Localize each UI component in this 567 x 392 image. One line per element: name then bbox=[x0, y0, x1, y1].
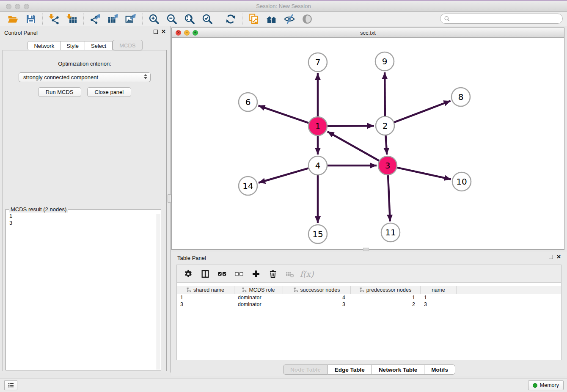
node-label-3: 3 bbox=[385, 160, 391, 171]
network-close-button[interactable]: ✕ bbox=[176, 30, 181, 36]
open-session-button[interactable] bbox=[6, 13, 20, 25]
table-settings-button[interactable] bbox=[182, 268, 195, 280]
search-input[interactable] bbox=[450, 15, 562, 22]
table-row[interactable]: 1dominator411 bbox=[177, 294, 561, 301]
apply-layout-button[interactable] bbox=[224, 13, 237, 25]
unselect-all-columns-icon bbox=[234, 269, 244, 279]
zoom-in-button[interactable] bbox=[147, 13, 161, 25]
node-label-4: 4 bbox=[315, 160, 321, 171]
toolbar-separator bbox=[142, 14, 143, 25]
horizontal-splitter-handle[interactable] bbox=[363, 248, 369, 251]
cell-MCDS-role[interactable]: dominator bbox=[234, 294, 283, 301]
control-panel-tabs: NetworkStyleSelectMCDS bbox=[0, 41, 170, 50]
zoom-out-button[interactable] bbox=[165, 13, 179, 25]
tab-mcds[interactable]: MCDS bbox=[113, 40, 142, 50]
node-label-9: 9 bbox=[382, 56, 388, 66]
tab-network-table[interactable]: Network Table bbox=[372, 364, 424, 375]
delete-column-button[interactable] bbox=[267, 268, 279, 280]
app-titlebar: Session: New Session bbox=[0, 0, 567, 12]
edge-2-9[interactable] bbox=[385, 72, 385, 116]
criterion-select[interactable]: strongly connected component bbox=[19, 72, 151, 82]
float-table-panel-icon[interactable] bbox=[549, 255, 553, 259]
float-panel-icon[interactable] bbox=[154, 30, 158, 34]
export-network-button[interactable] bbox=[88, 13, 102, 25]
tab-motifs[interactable]: Motifs bbox=[424, 364, 455, 375]
clone-network-button[interactable] bbox=[247, 13, 261, 25]
cell-shared-name[interactable]: 3 bbox=[177, 301, 234, 308]
control-panel-title: Control Panel bbox=[4, 30, 38, 36]
tab-node-table[interactable]: Node Table bbox=[283, 364, 328, 375]
hide-selected-button[interactable] bbox=[283, 13, 296, 25]
column-header-shared-name[interactable]: shared name bbox=[177, 286, 234, 294]
zoom-out-icon bbox=[166, 14, 177, 25]
table-row[interactable]: 3dominator323 bbox=[177, 301, 561, 308]
edge-3-11[interactable] bbox=[388, 175, 390, 221]
close-panel-button[interactable]: Close panel bbox=[87, 87, 132, 97]
column-header-successor-nodes[interactable]: successor nodes bbox=[283, 286, 351, 294]
network-maximize-button[interactable]: + bbox=[193, 30, 198, 36]
node-label-8: 8 bbox=[458, 92, 464, 102]
network-minimize-button[interactable]: − bbox=[184, 30, 190, 36]
tab-edge-table[interactable]: Edge Table bbox=[328, 364, 372, 375]
add-column-button[interactable] bbox=[250, 268, 262, 280]
cell-predecessor-nodes[interactable]: 2 bbox=[351, 301, 421, 308]
import-table-button[interactable] bbox=[65, 13, 79, 25]
column-header-name[interactable]: name bbox=[421, 286, 457, 294]
table-panel: Table Panel ✕ f(x) shared nameMCDS roles… bbox=[171, 252, 567, 376]
save-session-button[interactable] bbox=[24, 13, 38, 25]
clone-network-icon bbox=[248, 14, 259, 25]
task-history-button[interactable] bbox=[4, 380, 17, 390]
table-toolbar: f(x) bbox=[177, 265, 561, 283]
edge-4-14[interactable] bbox=[259, 168, 308, 182]
cell-name[interactable]: 3 bbox=[421, 301, 457, 308]
export-network-icon bbox=[90, 14, 101, 25]
export-image-button[interactable] bbox=[124, 13, 138, 25]
result-scrollbar[interactable] bbox=[157, 214, 160, 370]
first-neighbors-button[interactable] bbox=[265, 13, 278, 25]
unselect-all-columns-button[interactable] bbox=[233, 268, 245, 280]
cell-name[interactable]: 1 bbox=[421, 294, 457, 301]
close-table-panel-icon[interactable]: ✕ bbox=[556, 254, 561, 259]
network-graph[interactable]: 7968124314101511 bbox=[172, 38, 564, 249]
mcds-result-box: MCDS result (2 nodes) 13 bbox=[6, 209, 161, 370]
cell-MCDS-role[interactable]: dominator bbox=[234, 301, 283, 308]
edge-3-1[interactable] bbox=[328, 132, 379, 161]
run-mcds-button[interactable]: Run MCDS bbox=[38, 87, 81, 97]
column-pane-button[interactable] bbox=[199, 268, 212, 280]
tab-select[interactable]: Select bbox=[85, 41, 113, 50]
memory-button[interactable]: Memory bbox=[528, 380, 564, 390]
node-label-14: 14 bbox=[242, 181, 253, 191]
zoom-selected-button[interactable] bbox=[201, 13, 214, 25]
edge-1-2[interactable] bbox=[328, 126, 374, 126]
import-network-button[interactable] bbox=[47, 13, 61, 25]
column-header-predecessor-nodes[interactable]: predecessor nodes bbox=[351, 286, 421, 294]
hide-selected-icon bbox=[284, 14, 295, 25]
column-header-MCDS-role[interactable]: MCDS role bbox=[234, 286, 283, 294]
cell-successor-nodes[interactable]: 3 bbox=[283, 301, 351, 308]
cell-predecessor-nodes[interactable]: 1 bbox=[351, 294, 421, 301]
export-table-button[interactable] bbox=[106, 13, 120, 25]
vertical-splitter-handle[interactable] bbox=[168, 194, 171, 203]
network-window-title: scc.txt bbox=[172, 28, 564, 36]
close-panel-icon[interactable]: ✕ bbox=[161, 29, 166, 34]
delete-column-icon bbox=[268, 269, 278, 279]
edge-2-8[interactable] bbox=[394, 101, 451, 122]
network-window-titlebar[interactable]: ✕ − + scc.txt bbox=[172, 28, 564, 38]
zoom-fit-button[interactable] bbox=[183, 13, 196, 25]
cell-shared-name[interactable]: 1 bbox=[177, 294, 234, 301]
tree-icon bbox=[242, 287, 247, 292]
edge-1-6[interactable] bbox=[259, 105, 309, 123]
show-all-button[interactable] bbox=[300, 13, 314, 25]
delete-table-button bbox=[284, 268, 296, 280]
edge-3-10[interactable] bbox=[397, 168, 451, 179]
edge-2-3[interactable] bbox=[385, 135, 387, 155]
optimization-label: Optimization criterion: bbox=[3, 61, 166, 67]
network-canvas[interactable]: 7968124314101511 bbox=[172, 38, 564, 249]
first-neighbors-icon bbox=[266, 14, 277, 25]
tab-style[interactable]: Style bbox=[61, 41, 85, 50]
tab-network[interactable]: Network bbox=[28, 41, 61, 50]
search-box[interactable] bbox=[440, 14, 563, 24]
select-all-columns-button[interactable] bbox=[216, 268, 228, 280]
cell-successor-nodes[interactable]: 4 bbox=[283, 294, 351, 301]
node-table-container: f(x) shared nameMCDS rolesuccessor nodes… bbox=[176, 265, 561, 360]
